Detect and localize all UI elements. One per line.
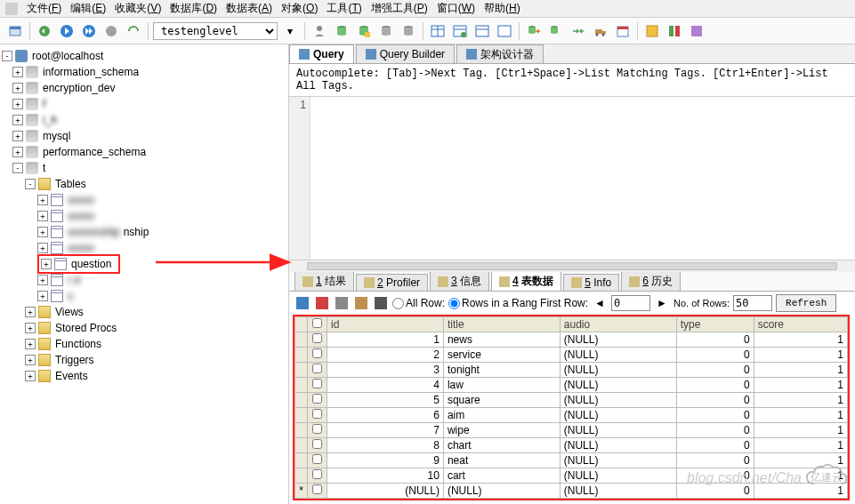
result-tab-1[interactable]: 1 结果 <box>294 271 354 291</box>
table-row[interactable]: 8chart(NULL)01 <box>295 438 848 453</box>
tables-folder[interactable]: - Tables <box>0 176 288 192</box>
table-row[interactable]: 1news(NULL)01 <box>295 332 848 348</box>
filter-icon[interactable] <box>373 295 389 311</box>
rows-range-radio[interactable]: Rows in a Rang First Row: <box>448 297 588 309</box>
cell-score[interactable]: 1 <box>754 423 847 438</box>
execute-all-btn[interactable] <box>79 21 99 41</box>
tree-db[interactable]: +information_schema <box>0 64 288 80</box>
col-header-score[interactable]: score <box>754 317 847 332</box>
cell-id[interactable]: 2 <box>327 348 444 363</box>
db-btn2[interactable] <box>354 21 374 41</box>
editor-body[interactable] <box>311 97 855 260</box>
table-row[interactable]: 6aim(NULL)01 <box>295 408 848 423</box>
row-checkbox[interactable] <box>312 469 322 479</box>
row-checkbox[interactable] <box>312 484 322 494</box>
cell-score[interactable]: 1 <box>754 378 847 393</box>
tree-db[interactable]: +f <box>0 96 288 112</box>
cell-type[interactable]: 0 <box>676 332 754 348</box>
tree-table[interactable]: +xxxxx <box>0 192 288 208</box>
tree-root[interactable]: - root@localhost <box>0 48 288 64</box>
cell-audio[interactable]: (NULL) <box>560 453 676 468</box>
col-header-audio[interactable]: audio <box>560 317 676 332</box>
cell-audio[interactable]: (NULL) <box>560 438 676 453</box>
tree-db-active[interactable]: - t <box>0 160 288 176</box>
expand-icon[interactable]: + <box>12 115 23 125</box>
export-btn2[interactable] <box>546 21 566 41</box>
row-checkbox[interactable] <box>312 424 322 434</box>
row-checkbox[interactable] <box>312 379 322 388</box>
expand-icon[interactable]: + <box>12 131 23 141</box>
cell-title[interactable]: news <box>443 332 560 348</box>
result-tab-5[interactable]: 5 Info <box>563 274 619 291</box>
cell-id[interactable]: 1 <box>327 332 444 348</box>
first-row-input[interactable] <box>611 295 650 311</box>
table-row[interactable]: 10cart(NULL)01 <box>295 468 848 484</box>
db-btn4[interactable] <box>399 21 418 41</box>
cell-audio[interactable]: (NULL) <box>560 378 676 393</box>
cell-title[interactable]: wipe <box>443 423 560 438</box>
collapse-icon[interactable]: - <box>25 179 36 189</box>
tree-db[interactable]: +encryption_dev <box>0 80 288 96</box>
collapse-icon[interactable]: - <box>12 163 23 173</box>
expand-icon[interactable]: + <box>37 275 48 285</box>
cell-score[interactable]: 1 <box>754 438 847 453</box>
tree-db[interactable]: +i_h <box>0 112 288 128</box>
collapse-icon[interactable]: - <box>2 51 12 61</box>
table-btn4[interactable] <box>495 21 514 41</box>
sql-editor[interactable]: 1 <box>289 97 855 260</box>
cell-score[interactable]: 1 <box>754 348 847 363</box>
cell-title[interactable]: square <box>443 393 560 408</box>
num-rows-input[interactable] <box>733 295 772 311</box>
menu-e[interactable]: 编辑(E) <box>67 1 109 15</box>
user-btn[interactable] <box>310 21 329 41</box>
export-btn1[interactable] <box>524 21 544 41</box>
import-btn[interactable] <box>569 21 588 41</box>
cell-title[interactable]: law <box>443 378 560 393</box>
schedule-btn[interactable] <box>613 21 633 41</box>
cell-audio[interactable]: (NULL) <box>560 468 676 484</box>
col-header-id[interactable]: id <box>327 317 444 332</box>
col-header-sel[interactable] <box>308 317 327 332</box>
next-page-icon[interactable]: ► <box>654 295 670 311</box>
form-view-icon[interactable] <box>314 295 330 311</box>
editor-tab-架构设计器[interactable]: 架构设计器 <box>456 44 544 63</box>
cell-audio[interactable]: (NULL) <box>560 363 676 378</box>
tree-db[interactable]: +performance_schema <box>0 144 288 160</box>
expand-icon[interactable]: + <box>25 371 36 381</box>
table-btn3[interactable] <box>472 21 492 41</box>
menu-f[interactable]: 文件(F) <box>23 1 65 15</box>
expand-icon[interactable]: + <box>12 147 23 157</box>
export-icon[interactable] <box>353 295 369 311</box>
cell-score[interactable]: 1 <box>754 332 847 348</box>
table-row[interactable]: 5square(NULL)01 <box>295 393 848 408</box>
cell-type[interactable]: 0 <box>676 484 754 499</box>
execute-btn[interactable] <box>57 21 77 41</box>
all-rows-radio[interactable]: All Row: <box>392 297 445 309</box>
col-header-type[interactable]: type <box>676 317 754 332</box>
table-row[interactable]: 7wipe(NULL)01 <box>295 423 848 438</box>
refresh-button[interactable]: Refresh <box>776 294 836 312</box>
cell-title[interactable]: service <box>443 348 560 363</box>
cell-id[interactable]: 3 <box>327 363 444 378</box>
misc-btn1[interactable] <box>642 21 662 41</box>
tree-folder-triggers[interactable]: +Triggers <box>0 352 288 368</box>
expand-icon[interactable]: + <box>25 339 36 349</box>
menu-t[interactable]: 工具(T) <box>323 1 365 15</box>
table-row[interactable]: 2service(NULL)01 <box>295 348 848 363</box>
grid-view-icon[interactable] <box>294 295 311 311</box>
cell-id[interactable]: 5 <box>327 393 444 408</box>
db-btn3[interactable] <box>376 21 396 41</box>
cell-title[interactable]: chart <box>443 438 560 453</box>
menu-a[interactable]: 数据表(A) <box>222 1 276 15</box>
refresh-btn[interactable] <box>35 21 54 41</box>
col-header-title[interactable]: title <box>443 317 560 332</box>
cell-type[interactable]: 0 <box>676 438 754 453</box>
expand-icon[interactable]: + <box>37 195 48 205</box>
cell-id[interactable]: 9 <box>327 453 444 468</box>
expand-icon[interactable]: + <box>37 243 48 253</box>
tree-table-question[interactable]: + question <box>0 256 288 272</box>
menu-w[interactable]: 窗口(W) <box>433 1 479 15</box>
tree-db[interactable]: +mysql <box>0 128 288 144</box>
cell-type[interactable]: 0 <box>676 363 754 378</box>
expand-icon[interactable]: + <box>37 291 48 301</box>
